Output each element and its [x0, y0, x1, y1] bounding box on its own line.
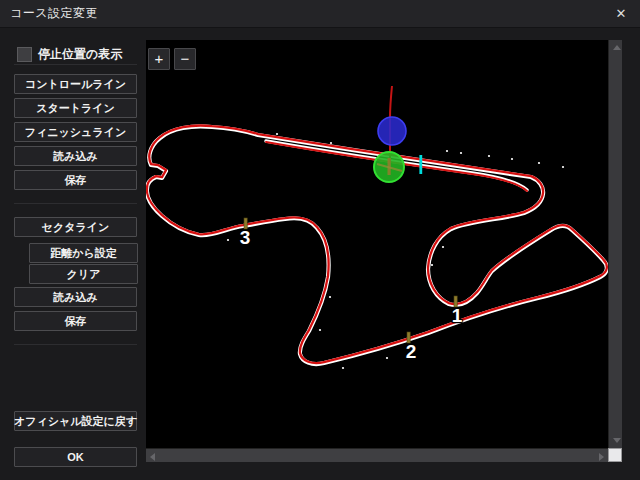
start-line-button[interactable]: スタートライン: [14, 98, 137, 118]
title-bar: コース設定変更 ✕: [0, 0, 640, 28]
scroll-left-icon[interactable]: [150, 453, 155, 461]
map-horizontal-scrollbar[interactable]: [146, 448, 608, 462]
dialog-title: コース設定変更: [0, 5, 98, 22]
position-marker-blue[interactable]: [378, 117, 406, 145]
divider: [14, 64, 137, 65]
scrollbar-corner[interactable]: [608, 448, 622, 462]
scroll-down-icon[interactable]: [613, 438, 621, 443]
restore-official-button[interactable]: オフィシャル設定に戻す: [14, 411, 137, 431]
close-icon[interactable]: ✕: [610, 3, 632, 23]
show-stop-position-label: 停止位置の表示: [38, 46, 122, 63]
sector-label-3: 3: [240, 227, 251, 249]
course-settings-dialog: コース設定変更 ✕ 停止位置の表示 コントロールライン スタートライン フィニッ…: [0, 0, 640, 480]
divider: [14, 344, 137, 345]
save-sectors-button[interactable]: 保存: [14, 311, 137, 331]
map-zoom-out-button[interactable]: −: [174, 48, 196, 70]
divider: [14, 203, 137, 204]
scroll-up-icon[interactable]: [613, 45, 621, 50]
distance-tick-cyan: [419, 155, 422, 174]
sector-label-2: 2: [406, 341, 417, 363]
load-sectors-button[interactable]: 読み込み: [14, 287, 137, 307]
show-stop-position-checkbox[interactable]: [17, 47, 32, 62]
sidebar: 停止位置の表示 コントロールライン スタートライン フィニッシュライン 読み込み…: [0, 27, 146, 480]
track-map-viewport[interactable]: + − 1 2 3: [146, 40, 608, 448]
clear-button[interactable]: クリア: [29, 264, 138, 284]
map-vertical-scrollbar[interactable]: [608, 40, 622, 448]
set-from-distance-button[interactable]: 距離から設定: [29, 243, 138, 263]
sector-label-1: 1: [452, 305, 463, 327]
sector-ticks: [244, 218, 457, 343]
sector-line-button[interactable]: セクタライン: [14, 217, 137, 237]
control-line-button[interactable]: コントロールライン: [14, 74, 137, 94]
scroll-right-icon[interactable]: [599, 453, 604, 461]
track-map-svg: [146, 40, 608, 448]
ok-button[interactable]: OK: [14, 447, 137, 467]
save-lines-button[interactable]: 保存: [14, 170, 137, 190]
show-stop-position-row[interactable]: 停止位置の表示: [17, 46, 122, 63]
map-zoom-in-button[interactable]: +: [148, 48, 170, 70]
load-lines-button[interactable]: 読み込み: [14, 146, 137, 166]
finish-line-button[interactable]: フィニッシュライン: [14, 122, 137, 142]
